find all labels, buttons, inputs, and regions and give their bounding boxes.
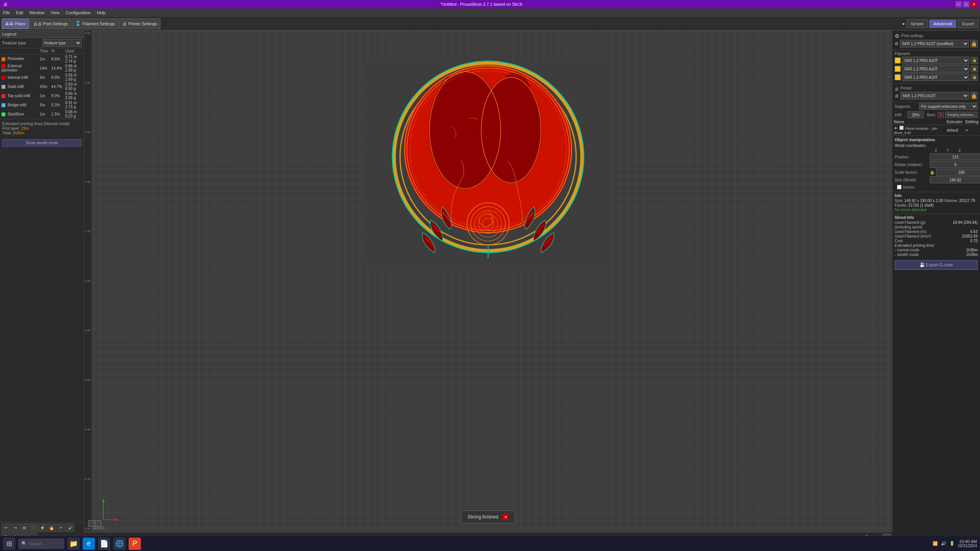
- feature-type-row[interactable]: Feature type Feature type: [0, 38, 84, 48]
- sliced-title: Sliced Info: [895, 215, 978, 220]
- obj-col-editing: Editing: [964, 119, 980, 125]
- filament-color-2[interactable]: [895, 66, 901, 72]
- menu-item-configuration[interactable]: Configuration: [65, 10, 90, 15]
- object-table-section: Name Extruder Editing 👁 Floral-romantic-…: [892, 119, 980, 136]
- print-settings-lock-button[interactable]: 🔒: [970, 40, 978, 47]
- left-tool-0[interactable]: ↩: [2, 523, 10, 532]
- filament-lock-3[interactable]: 🔒: [971, 74, 978, 81]
- legend-color-4: [2, 94, 5, 98]
- filament-select-2[interactable]: SKR 1.2 PRO A10T: [902, 65, 969, 73]
- taskbar-icon-chrome[interactable]: 🌐: [113, 538, 126, 550]
- start-button[interactable]: ⊞: [3, 538, 15, 550]
- wifi-icon: 📶: [933, 541, 938, 546]
- left-tool-2[interactable]: ⊞: [20, 523, 28, 532]
- taskbar-icon-explorer[interactable]: 📁: [67, 538, 80, 550]
- x-header: [895, 148, 930, 153]
- taskbar-icon-edge[interactable]: e: [83, 538, 95, 550]
- filament-color-3[interactable]: [895, 74, 901, 80]
- taskbar-icon-office[interactable]: 📄: [98, 538, 110, 550]
- search-input[interactable]: [28, 541, 59, 546]
- purging-volumes-button[interactable]: Purging volumes...: [945, 112, 978, 118]
- position-label: Position:: [895, 155, 929, 159]
- taskbar-icon-prusaslicer[interactable]: P: [129, 538, 141, 550]
- search-box[interactable]: 🔍: [18, 538, 64, 549]
- obj-editing-1[interactable]: ✏: [964, 125, 980, 136]
- inches-label: Inches: [903, 185, 914, 189]
- search-icon: 🔍: [21, 541, 27, 546]
- left-tool-4[interactable]: ⚡: [38, 523, 47, 532]
- maximize-button[interactable]: □: [963, 1, 969, 7]
- filament-lock-2[interactable]: 🔒: [971, 65, 978, 72]
- legend-name-2: Internal infill: [0, 73, 38, 82]
- tab-filament-settings[interactable]: 🧵 Filament Settings: [72, 18, 118, 29]
- filament-select-3[interactable]: SKR 1.2 PRO A10T: [902, 73, 969, 81]
- filament-m-value: 6.63: [970, 230, 978, 234]
- close-button[interactable]: ✕: [971, 1, 977, 7]
- menu-item-edit[interactable]: Edit: [16, 10, 23, 15]
- left-tool-6[interactable]: ✂: [57, 523, 65, 532]
- left-tool-1[interactable]: ↪: [11, 523, 19, 532]
- menu-item-help[interactable]: Help: [97, 10, 106, 15]
- print-settings-select[interactable]: SKR 1.2 PRO A10T (modified): [900, 40, 969, 47]
- stealth-mode-button[interactable]: Show stealth mode: [2, 139, 82, 147]
- legend-used-6: 0.08 m 0.23 g: [64, 109, 84, 119]
- left-tool-5[interactable]: 🔥: [47, 523, 56, 532]
- sliced-row-filament-mm3: Used Filament (mm³): 15952.93: [895, 234, 978, 238]
- object-table: Name Extruder Editing 👁 Floral-romantic-…: [892, 119, 980, 135]
- tab-print-settings[interactable]: 🖨 🖨 Print Settings: [30, 18, 71, 29]
- viewport[interactable]: 2.00 1.80 1.60 1.40 1.20 1.00 0.80 0.60 …: [84, 31, 892, 543]
- scale-lock-icon[interactable]: 🔒: [930, 170, 934, 174]
- inches-checkbox[interactable]: [897, 185, 902, 189]
- legend-pct-5: 5.3%: [50, 100, 64, 109]
- tab-printer-settings[interactable]: 🖨 Printer Settings: [119, 18, 160, 29]
- filament-select-1[interactable]: SKR 1.2 PRO A10T: [902, 57, 969, 64]
- rotate-x-input[interactable]: [930, 161, 980, 168]
- left-tool-7[interactable]: 🖌: [66, 523, 74, 532]
- scale-label: Scale factors:: [895, 170, 929, 174]
- eye-icon[interactable]: 👁: [894, 126, 898, 130]
- export-gcode-button[interactable]: 💾 Export G-code: [895, 260, 978, 270]
- infill-input[interactable]: [908, 111, 924, 118]
- x-axis-label: X: [930, 148, 942, 153]
- z-axis-label: Z: [954, 148, 966, 153]
- filament-color-1[interactable]: [895, 57, 901, 64]
- menu-item-window[interactable]: Window: [29, 10, 44, 15]
- info-errors: No errors detected: [895, 208, 978, 212]
- edit-icon[interactable]: ✏: [965, 128, 969, 132]
- filament-lock-1[interactable]: 🔒: [971, 57, 978, 64]
- battery-icon: 🔋: [949, 541, 955, 546]
- obj-manip-title: Object manipulation: [895, 137, 978, 142]
- obj-extruder-1: default: [945, 125, 964, 136]
- printer-lock[interactable]: 🔒: [970, 92, 978, 99]
- slice-close-button[interactable]: ✕: [503, 514, 509, 520]
- tab-plater[interactable]: 🖶 🖶 Plater: [2, 18, 29, 29]
- mode-simple[interactable]: Simple: [906, 20, 928, 28]
- sliced-row-cost: Cost: 0.70: [895, 239, 978, 243]
- legend-color-0: [2, 57, 5, 61]
- position-x-input[interactable]: [930, 153, 980, 160]
- first-layer-time: First layer: 21m: [2, 126, 82, 130]
- left-tool-3[interactable]: ⬛: [29, 523, 38, 532]
- legend-time-6: 1m: [38, 109, 50, 119]
- window-icon: 🖨: [3, 2, 8, 7]
- legend-pct-6: 1.5%: [50, 109, 64, 119]
- mode-advanced[interactable]: Advanced: [929, 20, 956, 28]
- svg-rect-31: [88, 520, 94, 527]
- size-x-input[interactable]: [930, 176, 980, 183]
- slice-notification-text: Slicing finished.: [467, 514, 499, 520]
- brim-x-badge[interactable]: X: [938, 112, 944, 118]
- supports-select[interactable]: For support enforcers only: [919, 103, 978, 110]
- legend-name-4: Top solid infill: [0, 91, 38, 100]
- legend-col-len: Used: [64, 48, 84, 54]
- minimize-button[interactable]: ─: [956, 1, 962, 7]
- normal-mode-time: 1h36m: [966, 248, 978, 252]
- legend-time-5: 5m: [38, 100, 50, 109]
- date-display: 10/31/2024: [958, 544, 977, 548]
- mode-expert[interactable]: Expert: [958, 20, 978, 28]
- sound-icon: 🔊: [941, 541, 946, 546]
- feature-type-select[interactable]: Feature type: [42, 39, 82, 47]
- printer-select[interactable]: SKR 1.2 PRO A10T: [900, 92, 969, 99]
- scale-x-input[interactable]: [936, 169, 980, 176]
- menu-item-view[interactable]: View: [51, 10, 60, 15]
- menu-item-file[interactable]: File: [3, 10, 10, 15]
